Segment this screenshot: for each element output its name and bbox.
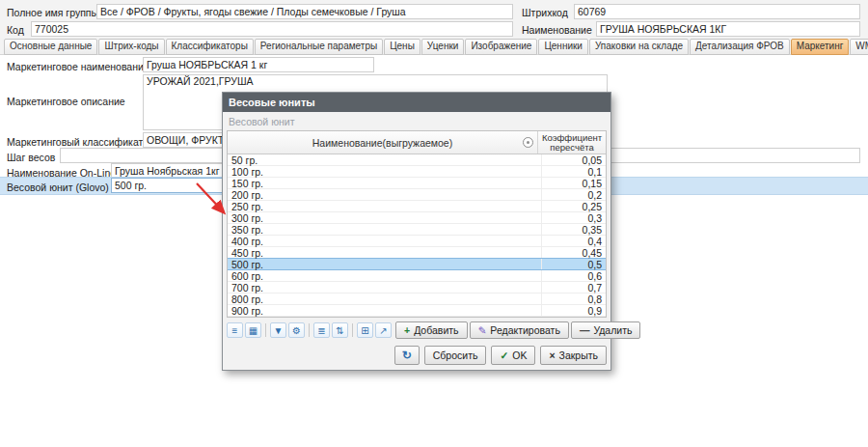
unit-coefficient: 0,15 <box>542 178 606 188</box>
unit-coefficient: 0,3 <box>542 212 606 223</box>
product-name-input[interactable] <box>596 21 860 37</box>
column-header-coefficient[interactable]: Коэффициент пересчёта <box>538 131 606 154</box>
close-button-label: Закрыть <box>559 349 598 361</box>
edit-button[interactable]: ✎ Редактировать <box>470 321 569 339</box>
dialog-title[interactable]: Весовые юниты <box>223 93 610 112</box>
marketing-name-input[interactable] <box>143 57 374 72</box>
marketing-name-label: Маркетинговое наименование <box>7 59 149 74</box>
barcode-input[interactable] <box>574 4 860 19</box>
sort-icon[interactable]: ⇅ <box>332 322 348 338</box>
settings-icon[interactable]: ⚙ <box>288 322 305 338</box>
edit-button-label: Редактировать <box>490 324 560 336</box>
unit-row[interactable]: 600 гр.0,6 <box>228 270 606 282</box>
tab-Штрих-коды[interactable]: Штрих-коды <box>98 39 164 55</box>
tab-Региональные параметры[interactable]: Региональные параметры <box>255 39 383 55</box>
product-name-label: Наименование <box>522 22 592 38</box>
export-icon[interactable]: ⊞ <box>357 322 373 338</box>
tab-Упаковки на складе[interactable]: Упаковки на складе <box>589 39 689 55</box>
unit-name: 450 гр. <box>228 247 542 258</box>
pencil-icon: ✎ <box>478 324 487 336</box>
ok-button[interactable]: ✓ OK <box>491 346 535 365</box>
dialog-toolbar-icons: ≡▦▼⚙≣⇅⊞↗ <box>227 322 392 338</box>
unit-coefficient: 0,9 <box>542 305 606 316</box>
dialog-field-label: Весовой юнит <box>229 116 607 127</box>
tab-Уценки[interactable]: Уценки <box>421 39 465 55</box>
unit-row[interactable]: 700 гр.0,7 <box>228 282 606 293</box>
unit-row[interactable]: 50 гр.0,05 <box>228 154 606 166</box>
unit-row[interactable]: 400 гр.0,4 <box>228 236 606 247</box>
unit-name: 400 гр. <box>228 236 542 246</box>
unit-coefficient: 0,45 <box>542 247 606 258</box>
refresh-button[interactable]: ↻ <box>394 346 420 365</box>
minus-icon: — <box>580 324 590 336</box>
refresh-icon: ↻ <box>402 349 412 362</box>
tab-WMS[interactable]: WMS <box>850 39 868 55</box>
tab-Основные данные[interactable]: Основные данные <box>4 39 97 55</box>
unit-row[interactable]: 250 гр.0,25 <box>228 201 606 212</box>
open-window-icon[interactable]: ↗ <box>375 322 392 338</box>
close-button[interactable]: × Закрыть <box>540 346 607 365</box>
weight-units-table: Наименование(выгружаемое) Коэффициент пе… <box>227 130 607 318</box>
unit-coefficient: 0,5 <box>542 259 606 269</box>
weight-units-dialog: Весовые юниты Весовой юнит Наименование(… <box>222 92 611 371</box>
tab-Классификаторы[interactable]: Классификаторы <box>166 39 254 55</box>
unit-coefficient: 0,2 <box>542 189 606 200</box>
unit-name: 200 гр. <box>228 189 542 200</box>
add-button[interactable]: + Добавить <box>395 321 468 339</box>
close-icon: × <box>549 349 555 361</box>
delete-button-label: Удалить <box>593 324 632 336</box>
unit-row[interactable]: 900 гр.0,9 <box>228 305 606 317</box>
unit-row[interactable]: 800 гр.0,8 <box>228 293 606 305</box>
code-input[interactable] <box>31 21 513 37</box>
column-filter-icon[interactable] <box>523 137 533 148</box>
unit-row[interactable]: 350 гр.0,35 <box>228 224 606 236</box>
tab-Маркетинг[interactable]: Маркетинг <box>791 39 850 55</box>
view-list-icon[interactable]: ≡ <box>227 322 243 338</box>
column-header-name[interactable]: Наименование(выгружаемое) <box>228 131 538 154</box>
tab-Цены[interactable]: Цены <box>384 39 420 55</box>
unit-coefficient: 0,05 <box>542 154 606 165</box>
unit-name: 800 гр. <box>228 293 542 304</box>
unit-name: 250 гр. <box>228 201 542 211</box>
tab-Ценники[interactable]: Ценники <box>538 39 588 55</box>
unit-row[interactable]: 150 гр.0,15 <box>228 178 606 189</box>
unit-coefficient: 0,8 <box>542 293 606 304</box>
filter-icon[interactable]: ▼ <box>270 322 286 338</box>
toolbar-separator <box>309 323 310 337</box>
reset-button-label: Сбросить <box>433 349 478 361</box>
unit-name: 150 гр. <box>228 178 542 188</box>
unit-coefficient: 0,6 <box>542 270 606 281</box>
dialog-toolbar: ≡▦▼⚙≣⇅⊞↗ + Добавить ✎ Редактировать — Уд… <box>227 321 607 340</box>
unit-coefficient: 0,25 <box>542 201 606 211</box>
group-list-icon[interactable]: ≣ <box>313 322 330 338</box>
unit-coefficient: 0,1 <box>542 166 606 177</box>
unit-row[interactable]: 300 гр.0,3 <box>228 212 606 224</box>
unit-name: 700 гр. <box>228 282 542 293</box>
unit-name: 900 гр. <box>228 305 542 316</box>
delete-button[interactable]: — Удалить <box>571 321 641 339</box>
unit-name: 500 гр. <box>228 259 542 269</box>
unit-row[interactable]: 450 гр.0,45 <box>228 247 606 259</box>
marketing-description-label: Маркетинговое описание <box>7 94 125 109</box>
weight-units-table-body: 50 гр.0,05100 гр.0,1150 гр.0,15200 гр.0,… <box>228 154 606 317</box>
scale-step-label: Шаг весов <box>7 150 55 165</box>
dialog-footer: ↻ Сбросить ✓ OK × Закрыть <box>227 346 607 365</box>
weight-unit-glovo-label: Весовой юнит (Glovo) <box>7 180 109 195</box>
tab-Детализация ФРОВ[interactable]: Детализация ФРОВ <box>690 39 790 55</box>
barcode-label: Штрихкод <box>522 5 568 20</box>
unit-coefficient: 0,4 <box>542 236 606 246</box>
product-card-window: Полное имя группы Штрихкод Код Наименова… <box>0 0 868 447</box>
unit-coefficient: 0,7 <box>542 282 606 293</box>
unit-name: 300 гр. <box>228 212 542 223</box>
tab-bar: Основные данныеШтрих-кодыКлассификаторыР… <box>4 39 868 55</box>
unit-row[interactable]: 500 гр.0,5 <box>228 258 606 270</box>
view-grid-icon[interactable]: ▦ <box>245 322 261 338</box>
unit-name: 600 гр. <box>228 270 542 281</box>
group-name-input[interactable] <box>96 4 513 19</box>
unit-row[interactable]: 100 гр.0,1 <box>228 166 606 178</box>
reset-button[interactable]: Сбросить <box>424 346 487 365</box>
unit-row[interactable]: 200 гр.0,2 <box>228 189 606 201</box>
unit-coefficient: 0,35 <box>542 224 606 235</box>
add-button-label: Добавить <box>414 324 458 336</box>
tab-Изображение[interactable]: Изображение <box>465 39 537 55</box>
